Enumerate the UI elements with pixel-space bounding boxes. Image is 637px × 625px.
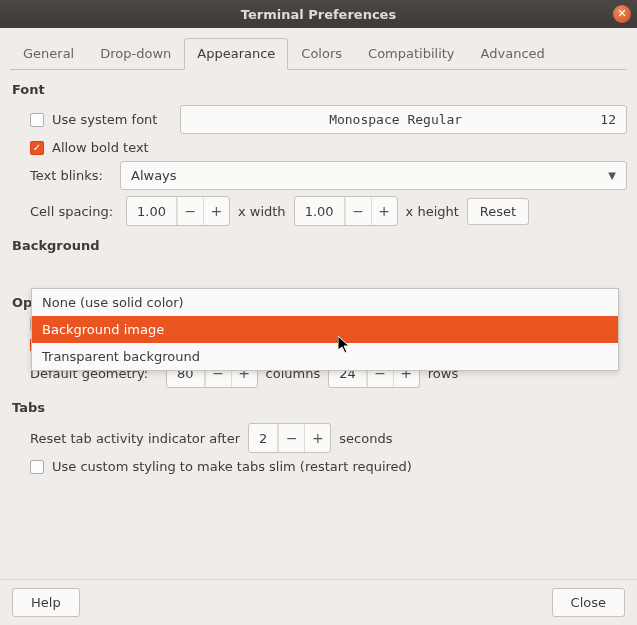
tab-compatibility[interactable]: Compatibility [355,38,468,70]
window-close-button[interactable]: ✕ [613,5,631,23]
tab-general[interactable]: General [10,38,87,70]
background-select-placeholder [30,261,627,281]
close-button[interactable]: Close [552,588,625,617]
indicator-value: 2 [249,424,278,452]
bg-option-none[interactable]: None (use solid color) [32,289,618,316]
font-heading: Font [12,82,627,97]
reset-button[interactable]: Reset [467,198,529,225]
allow-bold-checkbox[interactable]: ✓ [30,141,44,155]
bg-option-transparent[interactable]: Transparent background [32,343,618,370]
text-blinks-label: Text blinks: [30,168,112,183]
window-title: Terminal Preferences [241,7,396,22]
height-suffix: x height [406,204,459,219]
height-value: 1.00 [295,197,345,225]
indicator-label: Reset tab activity indicator after [30,431,240,446]
indicator-plus-button[interactable]: + [304,424,330,452]
font-picker-button[interactable]: Monospace Regular 12 [180,105,627,134]
width-plus-button[interactable]: + [203,197,229,225]
text-blinks-select[interactable]: Always ▼ [120,161,627,190]
bg-option-image[interactable]: Background image [32,316,618,343]
width-value: 1.00 [127,197,177,225]
help-button[interactable]: Help [12,588,80,617]
use-system-font-label: Use system font [52,112,172,127]
text-blinks-value: Always [131,168,177,183]
background-dropdown-popup: None (use solid color) Background image … [31,288,619,371]
height-spinner[interactable]: 1.00 − + [294,196,398,226]
tab-colors[interactable]: Colors [288,38,355,70]
allow-bold-label: Allow bold text [52,140,149,155]
width-spinner[interactable]: 1.00 − + [126,196,230,226]
use-system-font-checkbox[interactable] [30,113,44,127]
tab-dropdown[interactable]: Drop-down [87,38,184,70]
tabs-heading: Tabs [12,400,627,415]
tabstrip: General Drop-down Appearance Colors Comp… [10,38,627,70]
tab-appearance[interactable]: Appearance [184,38,288,70]
indicator-spinner[interactable]: 2 − + [248,423,331,453]
footer: Help Close [0,579,637,625]
width-minus-button[interactable]: − [177,197,203,225]
cell-spacing-label: Cell spacing: [30,204,118,219]
chevron-down-icon: ▼ [608,170,616,181]
slim-tabs-checkbox[interactable] [30,460,44,474]
indicator-minus-button[interactable]: − [278,424,304,452]
titlebar: Terminal Preferences ✕ [0,0,637,28]
height-minus-button[interactable]: − [345,197,371,225]
height-plus-button[interactable]: + [371,197,397,225]
content-area: General Drop-down Appearance Colors Comp… [0,28,637,579]
width-suffix: x width [238,204,286,219]
close-icon: ✕ [617,7,626,20]
background-heading: Background [12,238,627,253]
indicator-suffix: seconds [339,431,392,446]
font-name: Monospace Regular [191,112,600,127]
tab-advanced[interactable]: Advanced [468,38,558,70]
slim-tabs-label: Use custom styling to make tabs slim (re… [52,459,412,474]
font-size: 12 [600,112,616,127]
